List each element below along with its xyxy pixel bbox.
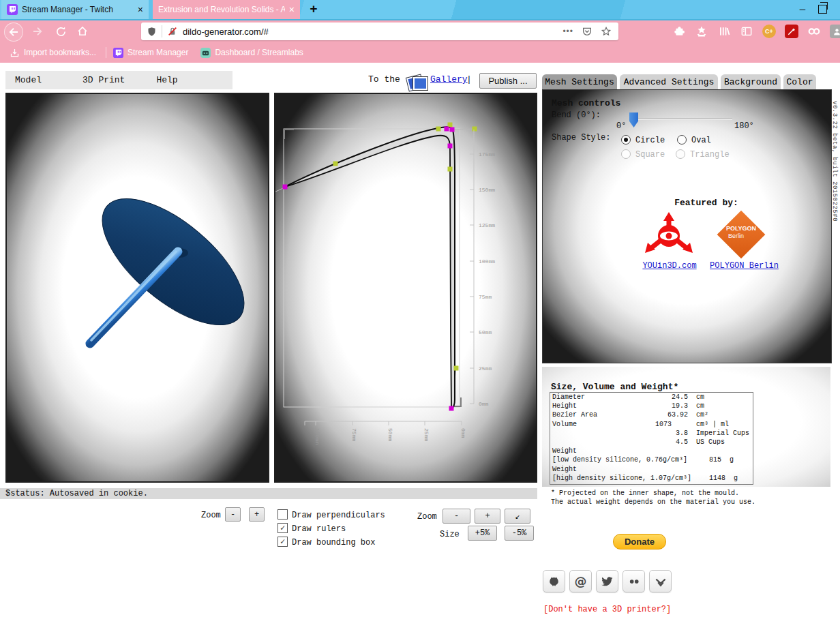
- radio-oval-label[interactable]: Oval: [691, 136, 711, 145]
- checkbox-draw-bounding-box[interactable]: ✓: [278, 537, 288, 547]
- donate-button[interactable]: Donate: [613, 534, 666, 550]
- bezier-editor-viewport[interactable]: 175mm 150mm 125mm 100mm 75mm 50mm 25mm 0…: [274, 93, 537, 483]
- github-button[interactable]: [543, 570, 565, 592]
- radio-circle-label[interactable]: Circle: [635, 136, 665, 145]
- page-actions-icon[interactable]: •••: [562, 27, 573, 36]
- library-icon[interactable]: [716, 23, 732, 40]
- gallery-link[interactable]: Gallery: [430, 74, 468, 85]
- youin3d-link[interactable]: YOUin3D.com: [642, 261, 697, 271]
- tracking-shield-icon[interactable]: [147, 27, 157, 37]
- sidebar-toggle-icon[interactable]: [738, 23, 755, 40]
- mask-icon[interactable]: [806, 23, 822, 40]
- window-restore-button[interactable]: [818, 5, 827, 14]
- menu-3d-print[interactable]: 3D Print: [82, 75, 125, 85]
- new-tab-button[interactable]: +: [305, 1, 322, 18]
- email-button[interactable]: @: [569, 570, 592, 592]
- table-row: [low density silicone, 0.76g/cm³]815g: [550, 455, 753, 464]
- pushpin-model: [7, 94, 268, 481]
- collections-star-icon[interactable]: [693, 23, 710, 40]
- model-zoom-out-button[interactable]: -: [442, 509, 470, 524]
- table-row: Weight: [550, 447, 753, 455]
- polygon-berlin-logo-icon[interactable]: POLYGON Berlin: [717, 210, 766, 259]
- forward-button[interactable]: [29, 22, 46, 40]
- table-row: [high density silicone, 1.07g/cm³]1148g: [550, 474, 753, 483]
- checkbox-label[interactable]: Draw rulers: [292, 524, 346, 534]
- home-button[interactable]: [74, 22, 91, 40]
- publish-button[interactable]: Publish ...: [479, 73, 537, 89]
- table-row: Volume1073cm³ | ml: [550, 420, 753, 429]
- window-minimize-button[interactable]: —: [792, 3, 813, 16]
- stylish-wand-icon[interactable]: [783, 23, 800, 40]
- horizontal-ruler: 100mm 75mm 50mm 25mm 0mm: [305, 421, 466, 445]
- featured-by-heading: Featured by:: [645, 198, 768, 208]
- model-zoom-in-button[interactable]: +: [475, 509, 500, 524]
- radio-square: [621, 149, 631, 159]
- size-footnote-1: * Projected on the inner shape, not the …: [551, 490, 739, 497]
- tab-mesh-settings[interactable]: Mesh Settings: [542, 74, 617, 89]
- browser-titlebar: Stream Manager - Twitch × Extrusion and …: [0, 0, 840, 20]
- radio-circle[interactable]: [621, 135, 631, 145]
- browser-navbar: dildo-generator.com/# •••: [0, 20, 840, 42]
- reload-button[interactable]: [52, 22, 70, 40]
- bend-label: Bend (0°):: [552, 110, 601, 120]
- gittip-button[interactable]: [649, 570, 672, 592]
- browser-tab-extrusion-solids[interactable]: Extrusion and Revolution Solids - A ×: [153, 0, 300, 19]
- bend-slider-track[interactable]: [635, 118, 732, 120]
- twitter-bird-icon: [601, 575, 614, 588]
- menu-model[interactable]: Model: [15, 75, 42, 85]
- browser-tab-stream-manager[interactable]: Stream Manager - Twitch ×: [1, 0, 149, 19]
- bookmark-stream-manager[interactable]: Stream Manager: [113, 48, 188, 58]
- gallery-photos-icon[interactable]: [407, 72, 429, 92]
- radio-square-label: Square: [635, 150, 665, 160]
- size-heading: Size, Volume and Weight*: [551, 382, 678, 392]
- checkbox-label[interactable]: Draw perpendiculars: [292, 511, 385, 520]
- url-text[interactable]: dildo-generator.com/#: [183, 27, 556, 37]
- checkbox-draw-perpendiculars[interactable]: [278, 509, 288, 520]
- github-icon: [548, 575, 560, 588]
- tab-close-icon[interactable]: ×: [289, 5, 295, 14]
- size-minus5-button[interactable]: -5%: [505, 526, 534, 541]
- colorzilla-icon[interactable]: C+: [761, 23, 777, 40]
- gallery-prefix-text: To the: [368, 74, 400, 85]
- youin3d-logo-icon[interactable]: [642, 211, 695, 257]
- checkbox-label[interactable]: Draw bounding box: [292, 538, 375, 547]
- bookmark-streamlabs[interactable]: Dashboard / Streamlabs: [200, 48, 303, 58]
- size-plus5-button[interactable]: +5%: [468, 526, 497, 541]
- profile-avatar-icon[interactable]: [828, 23, 840, 40]
- editor-zoom-out-button[interactable]: -: [225, 507, 241, 522]
- insecure-lock-icon[interactable]: [167, 26, 178, 37]
- anchor-points[interactable]: [283, 127, 455, 411]
- no-3d-printer-link[interactable]: [Don't have a 3D printer?]: [543, 605, 671, 614]
- screen: Stream Manager - Twitch × Extrusion and …: [0, 0, 840, 617]
- extensions-puzzle-icon[interactable]: [671, 23, 687, 40]
- back-button[interactable]: [4, 22, 23, 42]
- model-3d-viewport[interactable]: [5, 93, 269, 483]
- svg-text:150mm: 150mm: [479, 187, 495, 193]
- mesh-controls-heading: Mesh controls: [552, 98, 620, 108]
- checkbox-draw-rulers[interactable]: ✓: [278, 523, 288, 533]
- pocket-icon[interactable]: [582, 26, 592, 37]
- photo-front: [413, 77, 427, 90]
- outer-bezier-curve[interactable]: [285, 127, 455, 408]
- radio-oval[interactable]: [677, 135, 687, 145]
- menu-help[interactable]: Help: [156, 75, 177, 85]
- bend-slider-thumb[interactable]: [629, 112, 638, 127]
- svg-text:100mm: 100mm: [314, 428, 320, 445]
- polygon-berlin-link[interactable]: POLYGON Berlin: [708, 261, 780, 271]
- svg-text:0mm: 0mm: [460, 428, 466, 438]
- table-row: Weight: [550, 465, 753, 474]
- tab-background[interactable]: Background: [721, 74, 781, 89]
- flickr-button[interactable]: [622, 570, 645, 592]
- editor-zoom-in-button[interactable]: +: [249, 507, 265, 522]
- twitter-button[interactable]: [596, 570, 618, 592]
- url-bar[interactable]: dildo-generator.com/# •••: [141, 22, 618, 40]
- model-zoom-label: Zoom: [417, 512, 437, 522]
- bookmark-star-icon[interactable]: [601, 26, 612, 37]
- tab-color[interactable]: Color: [783, 74, 816, 89]
- tab-advanced-settings[interactable]: Advanced Settings: [620, 74, 718, 89]
- radio-triangle-label: Triangle: [690, 150, 730, 160]
- svg-text:25mm: 25mm: [479, 365, 492, 372]
- model-zoom-fit-button[interactable]: ↙: [505, 509, 530, 524]
- tab-close-icon[interactable]: ×: [138, 5, 143, 14]
- bookmark-import[interactable]: Import bookmarks...: [10, 48, 96, 58]
